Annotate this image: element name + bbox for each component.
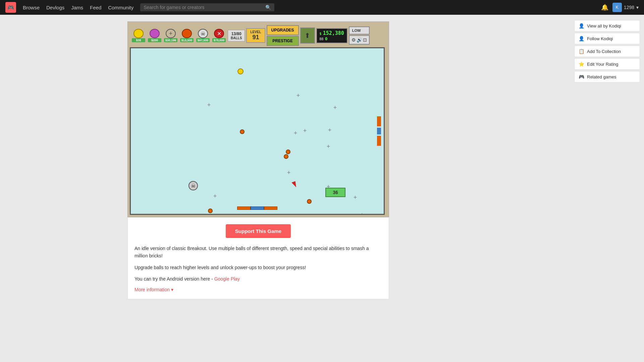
balls-label: BALLS: [231, 36, 242, 40]
below-game-content: Support This Game An idle version of cla…: [127, 217, 389, 299]
google-play-link[interactable]: Google Play: [214, 276, 240, 282]
related-games-button[interactable]: 🎮 Related games: [574, 71, 640, 82]
ball-cross-price: $30,196: [164, 38, 177, 42]
crosshair-7: +: [325, 143, 332, 150]
ball-orange-2: [286, 149, 290, 154]
game-canvas: + + + + + + + + + + + + + ☠: [130, 47, 385, 215]
chevron-down-icon: ▾: [636, 5, 639, 10]
description-2: Upgrade balls to reach higher levels and…: [135, 264, 382, 271]
crosshair-1: +: [205, 101, 213, 109]
crosshair-5: +: [326, 126, 333, 134]
ball-skull-btn[interactable]: ☠ $97,500: [196, 28, 210, 43]
money-value: 152,380: [323, 30, 344, 36]
chevron-icon: ▾: [171, 287, 173, 292]
game-hud: $38 $200 + $30,196 $13,500 ☠ $97,500: [130, 24, 387, 47]
ball-orange-btn[interactable]: $13,500: [179, 28, 194, 43]
game-container: $38 $200 + $30,196 $13,500 ☠ $97,500: [127, 21, 389, 217]
expand-icon[interactable]: ⊡: [363, 37, 367, 43]
follow-icon: 👤: [579, 36, 584, 41]
description-3: You can try the Android version here - G…: [135, 275, 382, 283]
crosshair-3: +: [331, 104, 339, 111]
follow-label: Follow Kodiqi: [587, 36, 613, 41]
upgrades-button[interactable]: UPGRADES: [267, 25, 299, 35]
edit-rating-label: Edit Your Rating: [587, 62, 618, 67]
ball-yellow-btn[interactable]: $38: [131, 28, 146, 43]
notification-icon[interactable]: 🔔: [601, 4, 608, 11]
view-all-label: View all by Kodiqi: [587, 23, 621, 28]
logo-icon: 🎮: [7, 4, 14, 11]
nav-browse[interactable]: Browse: [23, 5, 40, 10]
ball-orange-3: [284, 154, 288, 159]
side-indicators: [377, 116, 381, 146]
crosshair-8: +: [285, 169, 292, 176]
money-display: $ 152,380 BB 0: [316, 28, 347, 43]
search-icon[interactable]: 🔍: [265, 5, 271, 10]
bb-label: BB: [320, 37, 324, 41]
crosshair-2: +: [294, 92, 302, 99]
nav-community[interactable]: Community: [108, 5, 133, 10]
volume-icon[interactable]: 🔊: [357, 37, 362, 43]
description-3-prefix: You can try the Android version here -: [135, 276, 213, 282]
avatar: K: [612, 3, 622, 12]
ball-yellow-game: [237, 68, 244, 74]
ball-red-price: $75,000: [212, 38, 226, 42]
follow-button[interactable]: 👤 Follow Kodiqi: [574, 33, 640, 44]
support-button[interactable]: Support This Game: [226, 224, 291, 238]
crosshair-12: +: [211, 192, 219, 200]
search-bar: 🔍: [140, 3, 274, 11]
level-value: 91: [250, 34, 261, 41]
collection-icon: 📋: [579, 49, 584, 54]
nav-jams[interactable]: Jams: [71, 5, 83, 10]
quality-label: LOW: [349, 26, 370, 35]
ball-skull-game: ☠: [189, 181, 198, 190]
paddle: [237, 206, 277, 210]
add-collection-label: Add To Collection: [587, 49, 621, 54]
crosshair-10: +: [352, 194, 359, 201]
ball-skull-hud: ☠: [198, 29, 208, 38]
nav-feed[interactable]: Feed: [90, 5, 101, 10]
site-logo[interactable]: 🎮: [5, 2, 16, 13]
ball-skull-price: $97,500: [196, 38, 210, 42]
ball-red-btn[interactable]: ✕ $75,000: [212, 28, 226, 43]
add-to-collection-button[interactable]: 📋 Add To Collection: [574, 46, 640, 57]
description-1: An idle version of classic Breakout. Use…: [135, 245, 382, 260]
bb-value: 0: [325, 36, 328, 41]
ball-purple-price: $200: [148, 38, 161, 42]
balls-count: 13/80: [231, 32, 242, 36]
upgrades-prestige-group: UPGRADES PRESTIGE: [267, 25, 299, 46]
crosshair-11: +: [358, 211, 366, 215]
nav-devlogs[interactable]: Devlogs: [46, 5, 64, 10]
quality-settings: LOW ⚙ 🔊 ⊡: [349, 26, 370, 45]
main-content: $38 $200 + $30,196 $13,500 ☠ $97,500: [121, 15, 523, 362]
view-all-button[interactable]: 👤 View all by Kodiqi: [574, 20, 640, 32]
settings-icon[interactable]: ⚙: [352, 37, 356, 43]
ball-cross-btn[interactable]: + $30,196: [163, 28, 178, 43]
user-icon: 👤: [579, 23, 584, 28]
paddle-right: [264, 206, 277, 210]
ball-purple-btn[interactable]: $200: [147, 28, 162, 43]
edit-rating-button[interactable]: ⭐ Edit Your Rating: [574, 58, 640, 70]
ball-orange-4: [307, 199, 312, 204]
page-layout: $38 $200 + $30,196 $13,500 ☠ $97,500: [0, 15, 644, 362]
user-menu[interactable]: K 1298 ▾: [612, 3, 639, 12]
level-box: LEVEL 91: [246, 28, 265, 43]
score-green: 36: [325, 188, 345, 197]
right-sidebar: 👤 View all by Kodiqi 👤 Follow Kodiqi 📋 A…: [570, 15, 644, 88]
paddle-left: [237, 206, 251, 210]
navbar: 🎮 Browse Devlogs Jams Feed Community 🔍 🔔…: [0, 0, 644, 15]
ball-cross: +: [166, 29, 176, 38]
crosshair-6: +: [292, 129, 299, 137]
cursor: [291, 181, 297, 188]
indicator-orange-bottom: [377, 136, 381, 146]
level-label: LEVEL: [250, 30, 261, 34]
indicator-orange-top: [377, 116, 381, 126]
currency-symbol: $: [320, 32, 322, 36]
indicator-blue: [377, 128, 381, 134]
ball-orange-1: [240, 129, 245, 134]
more-info-link[interactable]: More information ▾: [135, 287, 382, 292]
prestige-button[interactable]: PRESTIGE: [267, 36, 299, 46]
user-count: 1298: [624, 5, 634, 10]
balls-counter: 13/80 BALLS: [228, 30, 245, 42]
search-input[interactable]: [144, 5, 263, 10]
settings-buttons[interactable]: ⚙ 🔊 ⊡: [349, 35, 370, 45]
